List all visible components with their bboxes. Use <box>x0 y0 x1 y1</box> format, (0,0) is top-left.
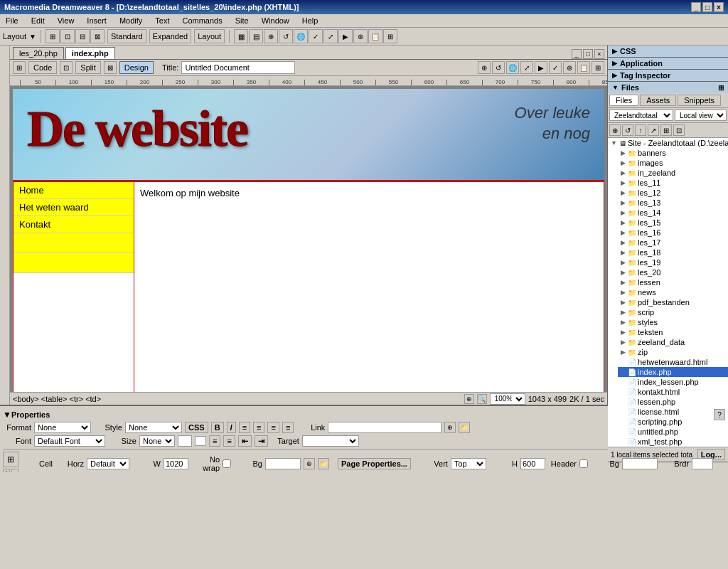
nav-btn-up[interactable]: ↑ <box>635 124 646 136</box>
menu-window[interactable]: Window <box>259 16 292 26</box>
menu-edit[interactable]: Edit <box>28 16 48 26</box>
tree-item-images[interactable]: ▶images <box>618 158 728 168</box>
brdr-input[interactable] <box>692 458 713 469</box>
tree-item-teksten[interactable]: ▶teksten <box>618 327 728 337</box>
link-btn-1[interactable]: ⊕ <box>444 422 456 433</box>
toolbar-icon-3[interactable]: ⊟ <box>75 29 90 43</box>
nav-kontakt[interactable]: Kontakt <box>14 216 134 233</box>
link-input[interactable] <box>328 422 441 433</box>
toolbar-icon-6[interactable]: ▤ <box>249 29 263 43</box>
tab-index[interactable]: index.php <box>65 47 115 59</box>
toolbar-icon-13[interactable]: ⊛ <box>353 29 368 43</box>
tree-file-hetweten[interactable]: ▶hetwetenwaard.html <box>618 357 728 367</box>
size-select[interactable]: None <box>139 435 175 447</box>
toolbar-icon-15[interactable]: ⊞ <box>383 29 397 43</box>
file-mgmt-icon-8[interactable]: 📋 <box>577 61 590 74</box>
menu-view[interactable]: View <box>55 16 77 26</box>
files-panel-icon[interactable]: ⊞ <box>718 84 724 92</box>
minimize-btn[interactable]: _ <box>691 2 701 12</box>
align-left-btn[interactable]: ≡ <box>239 422 250 433</box>
bold-btn[interactable]: B <box>211 422 224 433</box>
list-btn-2[interactable]: ≡ <box>223 435 235 447</box>
tree-item-les13[interactable]: ▶les_13 <box>618 198 728 208</box>
file-mgmt-icon-5[interactable]: ▶ <box>535 61 547 74</box>
file-mgmt-icon-3[interactable]: 🌐 <box>506 61 519 74</box>
menu-modify[interactable]: Modify <box>117 16 145 26</box>
status-icon-2[interactable]: 🔍 <box>477 394 487 404</box>
view-selector[interactable]: Local view <box>675 110 727 121</box>
toolbar-icon-10[interactable]: ✓ <box>309 29 323 43</box>
title-bar-controls[interactable]: _ □ × <box>691 2 724 12</box>
indent-btn-1[interactable]: ⇤ <box>238 435 252 447</box>
tree-file-index-lessen[interactable]: ▶index_lessen.php <box>618 377 728 387</box>
css-header[interactable]: ▶ CSS <box>608 46 728 57</box>
zoom-select[interactable]: 100% <box>490 393 525 405</box>
nav-btn-2[interactable]: ↺ <box>622 124 633 136</box>
tree-item-les16[interactable]: ▶les_16 <box>618 228 728 238</box>
tree-item-news[interactable]: ▶news <box>618 287 728 297</box>
style-select[interactable]: None <box>125 422 182 433</box>
tree-item-les18[interactable]: ▶les_18 <box>618 248 728 257</box>
prop-triangle[interactable]: ▼ <box>3 410 11 420</box>
document-title-input[interactable] <box>181 61 295 74</box>
toolbar-icon-5[interactable]: ▦ <box>234 29 248 43</box>
nav-btn-3[interactable]: ↗ <box>648 124 659 136</box>
prop-help[interactable]: ? <box>714 409 725 420</box>
toolbar-icon-1[interactable]: ⊞ <box>46 29 60 43</box>
tab-files[interactable]: Files <box>609 95 638 106</box>
w-input[interactable] <box>164 458 188 469</box>
code-view-icon[interactable]: ⊞ <box>13 61 26 74</box>
tree-item-pdf[interactable]: ▶pdf_bestanden <box>618 297 728 307</box>
tree-item-scrip[interactable]: ▶scrip <box>618 307 728 317</box>
tab-assets[interactable]: Assets <box>640 95 676 106</box>
tree-file-kontakt[interactable]: ▶kontakt.html <box>618 387 728 397</box>
color-swatch[interactable] <box>195 436 206 446</box>
split-row-btn[interactable]: — <box>11 469 18 472</box>
tab-close[interactable]: × <box>594 49 604 59</box>
menu-commands[interactable]: Commands <box>179 16 225 26</box>
tab-les20[interactable]: les_20.php <box>13 47 64 59</box>
nav-home[interactable]: Home <box>14 182 134 199</box>
menu-help[interactable]: Help <box>299 16 321 26</box>
bg-color-btn-1[interactable]: ⊕ <box>304 458 315 469</box>
page-props-btn[interactable]: Page Properties... <box>338 458 411 469</box>
tree-file-lessen[interactable]: ▶lessen.php <box>618 397 728 407</box>
tree-site-root[interactable]: ▼ 🖥 Site - Zeelandtotaal (D:\zeelando <box>608 138 728 148</box>
maximize-btn[interactable]: □ <box>702 2 712 12</box>
tree-item-les17[interactable]: ▶les_17 <box>618 238 728 248</box>
tree-item-les11[interactable]: ▶les_11 <box>618 178 728 188</box>
toolbar-icon-9[interactable]: 🌐 <box>294 29 308 43</box>
code-btn[interactable]: Code <box>28 61 57 74</box>
indent-btn-2[interactable]: ⇥ <box>255 435 268 447</box>
menu-file[interactable]: File <box>3 16 21 26</box>
design-icon[interactable]: ⊠ <box>104 61 117 74</box>
css-btn[interactable]: CSS <box>185 422 208 433</box>
toolbar-icon-14[interactable]: 📋 <box>368 29 382 43</box>
italic-btn[interactable]: I <box>227 422 236 433</box>
application-header[interactable]: ▶ Application <box>608 58 728 69</box>
format-select[interactable]: None <box>34 422 91 433</box>
site-selector[interactable]: Zeelandtotaal <box>609 110 673 121</box>
tree-item-zip[interactable]: ▶zip <box>618 347 728 357</box>
tab-minimize[interactable]: _ <box>572 49 582 59</box>
expanded-btn[interactable]: Expanded <box>149 29 192 43</box>
nav-btn-4[interactable]: ⊞ <box>660 124 672 136</box>
align-center-btn[interactable]: ≡ <box>253 422 264 433</box>
status-icon-1[interactable]: ⊕ <box>464 394 474 404</box>
toolbar-icon-4[interactable]: ⊠ <box>90 29 105 43</box>
bg-input-1[interactable] <box>265 458 301 469</box>
h-input[interactable] <box>520 458 545 469</box>
canvas-area[interactable]: De website Over leuke en nog Home Het we… <box>10 86 607 392</box>
font-select[interactable]: Default Font <box>34 435 105 447</box>
nav-btn-5[interactable]: ⊡ <box>673 124 685 136</box>
tree-item-banners[interactable]: ▶banners <box>618 148 728 158</box>
vert-select[interactable]: Top <box>451 458 486 469</box>
toolbar-icon-2[interactable]: ⊡ <box>60 29 75 43</box>
align-right-btn[interactable]: ≡ <box>267 422 279 433</box>
file-mgmt-icon-9[interactable]: ⊞ <box>592 61 604 74</box>
tree-item-les14[interactable]: ▶les_14 <box>618 208 728 218</box>
bg-input-2[interactable] <box>622 458 658 469</box>
tree-item-zeeland-data[interactable]: ▶zeeland_data <box>618 337 728 347</box>
file-mgmt-icon-7[interactable]: ⊛ <box>563 61 576 74</box>
link-btn-2[interactable]: 📁 <box>459 422 470 433</box>
